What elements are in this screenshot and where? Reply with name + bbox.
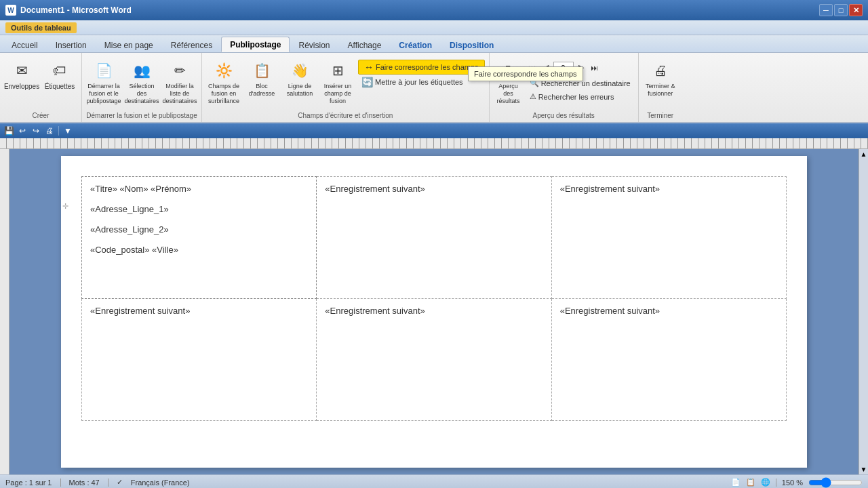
- ligne-salutation-button[interactable]: 👋 Ligne de salutation: [282, 57, 317, 100]
- ruler-marks: [0, 138, 868, 148]
- group-creer-label: Créer: [32, 112, 49, 119]
- modifier-liste-button[interactable]: ✏ Modifier la liste de destinataires: [162, 57, 197, 107]
- tab-creation[interactable]: Création: [390, 37, 441, 52]
- etiquettes-button[interactable]: 🏷 Étiquettes: [42, 57, 77, 94]
- ribbon-group-creer: ✉ Enveloppes 🏷 Étiquettes Créer: [0, 53, 82, 122]
- table-cell-0-2: «Enregistrement suivant»: [551, 177, 786, 299]
- qa-redo-button[interactable]: ↪: [30, 125, 42, 137]
- table-cell-1-1: «Enregistrement suivant»: [317, 299, 551, 421]
- page-info: Page : 1 sur 1: [5, 479, 52, 487]
- view-normal-btn[interactable]: 📄: [731, 478, 741, 487]
- group-terminer-label: Terminer: [647, 112, 673, 119]
- status-sep3: [776, 479, 776, 487]
- inserer-champ-button[interactable]: ⊞ Insérer un champ de fusion: [320, 57, 355, 107]
- tab-accueil[interactable]: Accueil: [3, 37, 47, 52]
- document-scroll[interactable]: ✛ «Titre» «Nom» «Prénom» «Adresse_Ligne_…: [9, 149, 859, 474]
- horizontal-ruler: [0, 138, 868, 149]
- tab-miseenpage[interactable]: Mise en page: [96, 37, 162, 52]
- salutation-icon: 👋: [289, 60, 311, 81]
- ribbon: ✉ Enveloppes 🏷 Étiquettes Créer 📄 Démarr…: [0, 53, 868, 123]
- scroll-up-btn[interactable]: ▲: [861, 150, 867, 158]
- document-page: ✛ «Titre» «Nom» «Prénom» «Adresse_Ligne_…: [61, 156, 807, 468]
- merge-field-cp-ville: «Code_postal» «Ville»: [90, 245, 308, 255]
- warning-icon: ⚠: [530, 92, 536, 101]
- champs-icon: 🔆: [213, 60, 235, 81]
- maximize-button[interactable]: □: [834, 4, 848, 16]
- word-count: Mots : 47: [69, 479, 100, 487]
- ribbon-group-demarrer: 📄 Démarrer la fusion et le publipostage …: [82, 53, 202, 122]
- last-record-btn[interactable]: ⏭: [589, 62, 601, 74]
- next-record-2: «Enregistrement suivant»: [560, 184, 660, 194]
- rechercher-erreurs-button[interactable]: ⚠ Rechercher les erreurs: [526, 90, 634, 103]
- qa-separator: [58, 126, 59, 136]
- table-cell-0-0: «Titre» «Nom» «Prénom» «Adresse_Ligne_1»…: [82, 177, 317, 299]
- enveloppes-icon: ✉: [11, 60, 33, 81]
- close-button[interactable]: ✕: [849, 4, 863, 16]
- terminer-icon: 🖨: [650, 60, 671, 81]
- tab-publipostage[interactable]: Publipostage: [221, 37, 290, 52]
- qa-undo-button[interactable]: ↩: [16, 125, 28, 137]
- status-bar: Page : 1 sur 1 Mots : 47 ✓ Français (Fra…: [0, 474, 868, 488]
- mail-merge-table: «Titre» «Nom» «Prénom» «Adresse_Ligne_1»…: [81, 176, 787, 421]
- demarrer-fusion-button[interactable]: 📄 Démarrer la fusion et le publipostage: [86, 57, 121, 107]
- vertical-scrollbar[interactable]: ▲ ▼: [859, 149, 868, 474]
- title-bar: W Document1 - Microsoft Word ─ □ ✕: [0, 0, 868, 20]
- zoom-slider[interactable]: [808, 477, 863, 488]
- context-tab-bar: Outils de tableau: [0, 20, 868, 35]
- next-record-4: «Enregistrement suivant»: [325, 306, 425, 316]
- tab-affichage[interactable]: Affichage: [339, 37, 391, 52]
- ribbon-tabs: Accueil Insertion Mise en page Référence…: [0, 35, 868, 53]
- vertical-ruler: [0, 149, 9, 474]
- modifier-icon: ✏: [169, 60, 191, 81]
- view-layout-btn[interactable]: 📋: [746, 478, 755, 487]
- etiquettes-icon: 🏷: [49, 60, 71, 81]
- app-icon: W: [5, 5, 16, 16]
- merge-field-adresse1: «Adresse_Ligne_1»: [90, 204, 308, 214]
- merge-field-title-nom: «Titre» «Nom» «Prénom»: [90, 184, 308, 194]
- faire-correspondre-button[interactable]: ↔ Faire correspondre les champs: [358, 60, 485, 75]
- language-info: Français (France): [131, 479, 190, 487]
- tooltip: Faire correspondre les champs: [468, 66, 583, 81]
- inserer-icon: ⊞: [327, 60, 349, 81]
- mettre-a-jour-button[interactable]: 🔄 Mettre à jour les étiquettes: [358, 75, 485, 89]
- ribbon-group-apercu: 👁 Aperçu des résultats ⏮ ◀ ▶ ⏭ 🔍 Re: [490, 53, 639, 122]
- tab-references[interactable]: Références: [162, 37, 221, 52]
- tab-disposition[interactable]: Disposition: [441, 37, 502, 52]
- next-record-5: «Enregistrement suivant»: [560, 306, 660, 316]
- qa-more-button[interactable]: ▼: [62, 125, 74, 137]
- table-cell-1-0: «Enregistrement suivant»: [82, 299, 317, 421]
- content-area: ✛ «Titre» «Nom» «Prénom» «Adresse_Ligne_…: [0, 138, 868, 474]
- apercu-btn[interactable]: 👁 Aperçu des résultats: [494, 57, 524, 107]
- table-row: «Titre» «Nom» «Prénom» «Adresse_Ligne_1»…: [82, 177, 787, 299]
- window-title: Document1 - Microsoft Word: [20, 5, 132, 15]
- outils-label: Outils de tableau: [5, 22, 77, 33]
- qa-print-button[interactable]: 🖨: [43, 125, 56, 137]
- demarrer-icon: 📄: [93, 60, 115, 81]
- champs-fusion-button[interactable]: 🔆 Champs de fusion en surbrillance: [206, 57, 241, 107]
- selection-dest-button[interactable]: 👥 Sélection des destinataires: [124, 57, 159, 107]
- status-left: Page : 1 sur 1 Mots : 47 ✓ Français (Fra…: [5, 478, 190, 487]
- spell-check-icon[interactable]: ✓: [117, 478, 123, 487]
- view-web-btn[interactable]: 🌐: [761, 478, 770, 487]
- maj-icon: 🔄: [361, 77, 373, 87]
- quick-access-toolbar: 💾 ↩ ↪ 🖨 ▼: [0, 123, 868, 138]
- group-champs-label: Champs d'écriture et d'insertion: [298, 112, 393, 119]
- next-record-1: «Enregistrement suivant»: [325, 184, 425, 194]
- scroll-down-btn[interactable]: ▼: [861, 466, 867, 473]
- next-record-3: «Enregistrement suivant»: [90, 306, 190, 316]
- enveloppes-button[interactable]: ✉ Enveloppes: [4, 57, 39, 94]
- qa-save-button[interactable]: 💾: [3, 125, 15, 137]
- status-sep2: [108, 479, 108, 487]
- terminer-fusionner-button[interactable]: 🖨 Terminer & fusionner: [643, 57, 678, 100]
- faire-icon: ↔: [364, 62, 374, 73]
- bloc-adresse-button[interactable]: 📋 Bloc d'adresse: [244, 57, 279, 100]
- group-apercu-label: Aperçu des résultats: [533, 112, 595, 119]
- tab-revision[interactable]: Révision: [290, 37, 338, 52]
- group-demarrer-label: Démarrer la fusion et le publipostage: [86, 112, 197, 119]
- tab-insertion[interactable]: Insertion: [47, 37, 96, 52]
- status-right: 📄 📋 🌐 150 %: [731, 477, 863, 488]
- document-area: ✛ «Titre» «Nom» «Prénom» «Adresse_Ligne_…: [0, 149, 868, 474]
- minimize-button[interactable]: ─: [819, 4, 833, 16]
- ribbon-group-champs: 🔆 Champs de fusion en surbrillance 📋 Blo…: [202, 53, 490, 122]
- table-cell-0-1: «Enregistrement suivant»: [317, 177, 551, 299]
